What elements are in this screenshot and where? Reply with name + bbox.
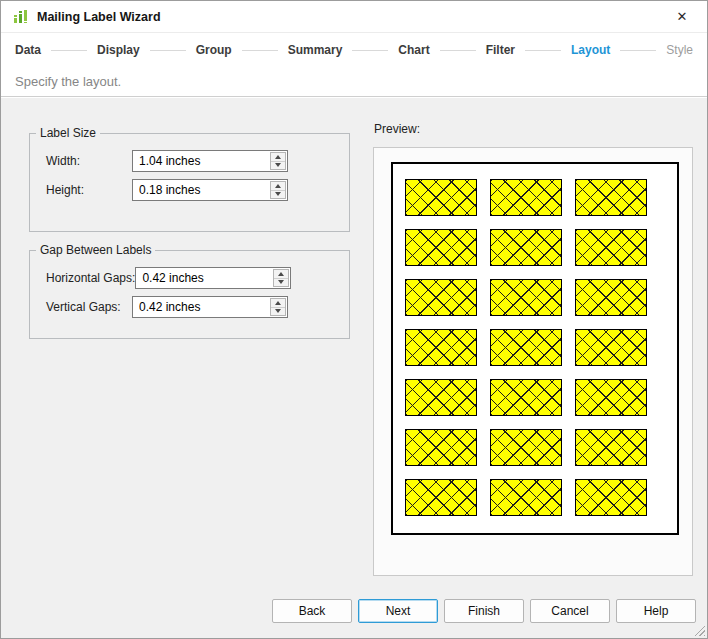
finish-button[interactable]: Finish [444, 599, 524, 623]
label-size-group: Label Size Width: Height: [29, 126, 350, 232]
horizontal-gaps-row: Horizontal Gaps: [46, 267, 337, 289]
mailing-label-cell [405, 279, 477, 316]
step-chart[interactable]: Chart [398, 43, 429, 57]
mailing-label-cell [405, 329, 477, 366]
step-connector [525, 50, 561, 51]
step-connector [352, 50, 388, 51]
step-group[interactable]: Group [196, 43, 232, 57]
step-style[interactable]: Style [666, 43, 693, 57]
horizontal-gaps-label: Horizontal Gaps: [46, 271, 135, 285]
mailing-label-cell [405, 479, 477, 516]
horizontal-gaps-spinner [273, 269, 289, 287]
mailing-label-cell [575, 379, 647, 416]
gap-group-title: Gap Between Labels [36, 243, 155, 257]
step-data[interactable]: Data [15, 43, 41, 57]
step-connector [242, 50, 278, 51]
vertical-gaps-input[interactable] [133, 297, 287, 317]
mailing-label-cell [490, 479, 562, 516]
up-arrow-icon [278, 272, 284, 276]
mailing-label-cell [405, 429, 477, 466]
preview-panel [373, 147, 693, 576]
width-row: Width: [46, 150, 337, 172]
label-size-group-title: Label Size [36, 126, 100, 140]
mailing-label-cell [490, 379, 562, 416]
width-label: Width: [46, 154, 132, 168]
preview-grid [405, 179, 677, 516]
height-spin-down-button[interactable] [271, 191, 285, 199]
step-connector [150, 50, 186, 51]
help-button[interactable]: Help [616, 599, 696, 623]
height-input[interactable] [133, 180, 287, 200]
titlebar: Mailing Label Wizard ✕ [1, 1, 707, 33]
height-spinfield [132, 179, 288, 201]
resize-grip[interactable] [692, 623, 705, 636]
back-button[interactable]: Back [272, 599, 352, 623]
mailing-label-cell [575, 179, 647, 216]
mailing-label-cell [575, 329, 647, 366]
horizontal-gaps-spin-down-button[interactable] [274, 279, 288, 287]
step-layout[interactable]: Layout [571, 43, 610, 57]
step-connector [51, 50, 87, 51]
footer-button-bar: Back Next Finish Cancel Help [272, 599, 696, 623]
vertical-gaps-spinner [270, 298, 286, 316]
mailing-label-cell [575, 429, 647, 466]
up-arrow-icon [275, 301, 281, 305]
mailing-label-cell [575, 479, 647, 516]
horizontal-gaps-spin-up-button[interactable] [274, 270, 288, 279]
height-row: Height: [46, 179, 337, 201]
mailing-label-cell [575, 279, 647, 316]
mailing-label-cell [490, 229, 562, 266]
mailing-label-cell [405, 229, 477, 266]
mailing-label-cell [490, 429, 562, 466]
mailing-label-wizard-dialog: Mailing Label Wizard ✕ Data Display Grou… [0, 0, 708, 639]
step-summary[interactable]: Summary [288, 43, 343, 57]
vertical-gaps-label: Vertical Gaps: [46, 300, 132, 314]
height-label: Height: [46, 183, 132, 197]
step-connector [620, 50, 656, 51]
app-logo-icon [13, 9, 29, 25]
close-icon[interactable]: ✕ [669, 5, 695, 29]
horizontal-gaps-input[interactable] [136, 268, 290, 288]
wizard-step-nav: Data Display Group Summary Chart Filter … [1, 33, 707, 67]
next-button[interactable]: Next [358, 599, 438, 623]
mailing-label-cell [490, 279, 562, 316]
wizard-subtitle: Specify the layout. [1, 67, 707, 97]
mailing-label-cell [405, 379, 477, 416]
width-spin-up-button[interactable] [271, 153, 285, 162]
preview-page [391, 162, 679, 535]
height-spinner [270, 181, 286, 199]
window-title: Mailing Label Wizard [37, 10, 161, 24]
mailing-label-cell [490, 179, 562, 216]
mailing-label-cell [575, 229, 647, 266]
mailing-label-cell [490, 329, 562, 366]
horizontal-gaps-spinfield [135, 267, 291, 289]
vertical-gaps-spin-down-button[interactable] [271, 308, 285, 316]
step-connector [440, 50, 476, 51]
mailing-label-cell [405, 179, 477, 216]
step-display[interactable]: Display [97, 43, 140, 57]
width-input[interactable] [133, 151, 287, 171]
vertical-gaps-spinfield [132, 296, 288, 318]
up-arrow-icon [275, 155, 281, 159]
vertical-gaps-row: Vertical Gaps: [46, 296, 337, 318]
cancel-button[interactable]: Cancel [530, 599, 610, 623]
width-spinfield [132, 150, 288, 172]
up-arrow-icon [275, 184, 281, 188]
down-arrow-icon [275, 192, 281, 196]
width-spinner [270, 152, 286, 170]
down-arrow-icon [275, 163, 281, 167]
step-filter[interactable]: Filter [486, 43, 515, 57]
preview-title: Preview: [374, 122, 420, 136]
down-arrow-icon [275, 309, 281, 313]
vertical-gaps-spin-up-button[interactable] [271, 299, 285, 308]
height-spin-up-button[interactable] [271, 182, 285, 191]
width-spin-down-button[interactable] [271, 162, 285, 170]
dialog-body: Label Size Width: Height: [1, 98, 707, 638]
gap-between-labels-group: Gap Between Labels Horizontal Gaps: Vert… [29, 243, 350, 339]
down-arrow-icon [278, 280, 284, 284]
